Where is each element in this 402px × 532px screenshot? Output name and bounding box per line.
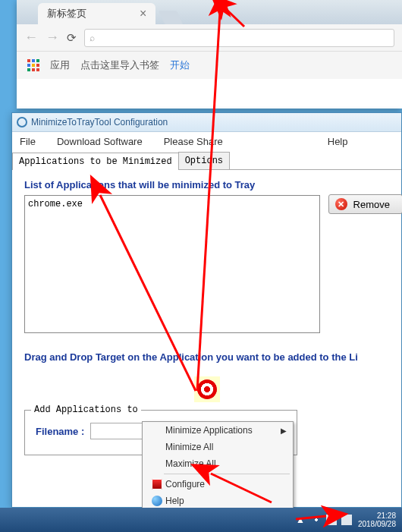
network-icon[interactable]: [341, 515, 352, 525]
remove-button[interactable]: ✕ Remove: [328, 194, 402, 214]
chrome-tab-bar: 新标签页 ×: [17, 0, 402, 24]
sound-icon[interactable]: [311, 515, 322, 525]
bullseye-icon: [197, 379, 217, 399]
system-tray[interactable]: ▲: [296, 515, 352, 525]
menu-download[interactable]: Download Software: [57, 136, 143, 147]
menu-file[interactable]: File: [20, 136, 36, 147]
chrome-browser-window: 新标签页 × ← → ⟳ ⌕ 应用 点击这里导入书签 开始: [17, 0, 402, 109]
menu-minimize-applications[interactable]: Minimize Applications ▶: [143, 422, 293, 439]
address-bar[interactable]: ⌕: [84, 29, 394, 47]
chrome-bookmarks-bar: 应用 点击这里导入书签 开始: [17, 52, 402, 79]
reload-icon[interactable]: ⟳: [67, 31, 77, 45]
configure-icon: [152, 479, 162, 490]
drag-target[interactable]: [194, 376, 220, 402]
group-title: Add Applications to: [31, 405, 141, 415]
apps-label[interactable]: 应用: [50, 58, 70, 72]
filename-label: Filename :: [36, 426, 84, 437]
chevron-right-icon: ▶: [281, 427, 287, 435]
chrome-tab[interactable]: 新标签页 ×: [38, 3, 155, 24]
clock-date: 2018/09/28: [358, 520, 396, 528]
app-listbox[interactable]: chrome.exe: [24, 195, 320, 333]
menu-configure[interactable]: Configure: [143, 476, 293, 493]
close-tab-icon[interactable]: ×: [140, 7, 146, 20]
import-bookmarks-label: 点击这里导入书签: [80, 58, 159, 72]
apps-grid-icon[interactable]: [27, 59, 39, 71]
forward-icon[interactable]: →: [46, 30, 59, 46]
list-heading: List of Applications that will be minimi…: [24, 179, 389, 190]
chrome-toolbar: ← → ⟳ ⌕: [17, 24, 402, 52]
clock-time: 21:28: [358, 512, 396, 520]
start-link[interactable]: 开始: [170, 58, 190, 72]
windows-taskbar: ▲ 21:28 2018/09/28: [0, 508, 402, 532]
config-menubar: File Download Software Please Share Help: [12, 132, 401, 150]
config-title: MinimizeToTrayTool Configuration: [31, 117, 168, 127]
menu-maximize-all[interactable]: Maximize All: [143, 455, 293, 472]
back-icon[interactable]: ←: [24, 30, 38, 46]
drag-heading: Drag and Drop Target on the Application …: [24, 351, 389, 363]
tray-up-icon[interactable]: ▲: [296, 515, 306, 525]
search-icon: ⌕: [90, 33, 95, 43]
menu-help[interactable]: Help: [143, 493, 293, 509]
menu-help[interactable]: Help: [328, 136, 348, 147]
tab-applications[interactable]: Applications to be Minimized: [12, 153, 179, 170]
remove-label: Remove: [353, 199, 390, 210]
new-tab-button[interactable]: [159, 11, 183, 24]
config-titlebar[interactable]: MinimizeToTrayTool Configuration: [12, 113, 401, 132]
list-item[interactable]: chrome.exe: [28, 199, 316, 209]
app-icon: [17, 117, 27, 127]
config-tabstrip: Applications to be Minimized Options: [12, 152, 401, 170]
menu-separator: [164, 474, 290, 474]
tab-options[interactable]: Options: [178, 152, 230, 169]
menu-share[interactable]: Please Share: [164, 136, 223, 147]
menu-minimize-all[interactable]: Minimize All: [143, 439, 293, 455]
taskbar-clock[interactable]: 21:28 2018/09/28: [358, 512, 396, 528]
tab-title: 新标签页: [47, 7, 86, 20]
remove-icon: ✕: [335, 198, 347, 210]
help-icon: [152, 496, 162, 506]
flag-icon[interactable]: [326, 515, 337, 525]
